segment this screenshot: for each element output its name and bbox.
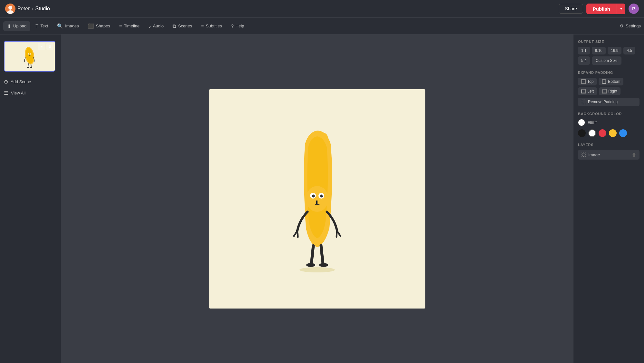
color-swatch-white[interactable] xyxy=(588,129,596,137)
canvas-area[interactable] xyxy=(61,34,573,363)
right-padding-icon xyxy=(602,89,607,93)
sidebar-actions: ⊕ Add Scene ☰ View All xyxy=(0,74,61,101)
bottom-padding-icon xyxy=(602,79,606,84)
svg-rect-28 xyxy=(603,90,606,93)
remove-padding-button[interactable]: Remove Padding xyxy=(578,98,639,106)
bottom-padding-button[interactable]: Bottom xyxy=(599,78,623,85)
expand-padding-section: EXPAND PADDING Top Bottom xyxy=(578,71,639,106)
scene-thumb-actions: ≡ ⧉ xyxy=(38,43,53,50)
color-swatch-yellow[interactable] xyxy=(609,129,617,137)
top-padding-icon xyxy=(581,79,586,84)
top-bar: Peter › Studio Share Publish ▾ P xyxy=(0,0,644,18)
size-5-4-button[interactable]: 5:4 xyxy=(578,56,590,65)
scenes-button[interactable]: ⧉ Scenes xyxy=(169,21,196,31)
left-padding-button[interactable]: Left xyxy=(578,87,597,95)
breadcrumb-user[interactable]: Peter xyxy=(17,6,30,12)
scene-copy-button[interactable]: ⧉ xyxy=(46,43,53,50)
layers-section: LAYERS 🖼 Image 🗑 xyxy=(578,143,639,160)
banana-character-svg xyxy=(282,125,353,273)
upload-icon: ⬆ xyxy=(7,23,11,29)
view-all-button[interactable]: ☰ View All xyxy=(4,89,57,97)
scene-preview-svg xyxy=(22,44,38,69)
user-initial-badge[interactable]: P xyxy=(629,4,639,14)
canvas-board xyxy=(209,89,425,309)
text-button[interactable]: T Text xyxy=(32,21,52,31)
color-swatch-red[interactable] xyxy=(599,129,606,137)
user-avatar-area[interactable]: Peter › Studio xyxy=(5,4,50,14)
avatar xyxy=(5,4,15,14)
layer-delete-button[interactable]: 🗑 xyxy=(632,152,636,157)
svg-point-20 xyxy=(319,263,328,267)
subtitles-icon: ≡ xyxy=(201,23,204,29)
size-16-9-button[interactable]: 16:9 xyxy=(608,47,621,54)
svg-rect-22 xyxy=(582,80,585,83)
current-color-swatch[interactable] xyxy=(578,119,585,126)
help-icon: ? xyxy=(231,23,233,29)
top-padding-button[interactable]: Top xyxy=(578,78,597,85)
left-padding-icon xyxy=(581,89,586,93)
publish-button[interactable]: Publish xyxy=(586,4,617,14)
svg-rect-26 xyxy=(582,90,585,93)
layers-title: LAYERS xyxy=(578,143,639,147)
images-button[interactable]: 🔍 Images xyxy=(53,21,83,31)
timeline-icon: ≡ xyxy=(119,23,122,29)
publish-button-group: Publish ▾ xyxy=(586,4,625,14)
output-size-section: OUTPUT SIZE 1:1 9:16 16:9 4:5 5:4 Custom… xyxy=(578,40,639,65)
svg-point-7 xyxy=(29,54,29,54)
breadcrumb-separator: › xyxy=(32,6,33,12)
current-color-row: #ffffff xyxy=(578,119,639,126)
size-9-16-button[interactable]: 9:16 xyxy=(592,47,606,54)
color-swatch-black[interactable] xyxy=(578,129,586,137)
svg-point-9 xyxy=(27,67,29,68)
toolbar: ⬆ Upload T Text 🔍 Images ⬛ Shapes ≡ Time… xyxy=(0,18,644,34)
upload-button[interactable]: ⬆ Upload xyxy=(3,21,30,31)
right-panel: OUTPUT SIZE 1:1 9:16 16:9 4:5 5:4 Custom… xyxy=(573,34,644,363)
svg-point-8 xyxy=(31,54,31,54)
svg-point-18 xyxy=(322,194,323,195)
size-buttons: 1:1 9:16 16:9 4:5 5:4 Custom Size xyxy=(578,47,639,65)
remove-padding-icon xyxy=(582,100,586,104)
scene-menu-button[interactable]: ≡ xyxy=(38,43,45,50)
audio-button[interactable]: ♪ Audio xyxy=(145,21,167,31)
svg-point-1 xyxy=(8,6,12,10)
size-1-1-button[interactable]: 1:1 xyxy=(578,47,590,54)
color-swatches-row xyxy=(578,129,639,137)
layer-item[interactable]: 🖼 Image 🗑 xyxy=(578,150,639,160)
background-color-title: BACKGROUND COLOR xyxy=(578,112,639,116)
sidebar: ≡ ⧉ xyxy=(0,34,61,363)
svg-point-21 xyxy=(299,267,335,272)
output-size-title: OUTPUT SIZE xyxy=(578,40,639,44)
svg-point-19 xyxy=(306,263,315,267)
add-scene-button[interactable]: ⊕ Add Scene xyxy=(4,77,57,86)
main-layout: ≡ ⧉ xyxy=(0,34,644,363)
svg-point-10 xyxy=(30,67,32,68)
publish-dropdown-button[interactable]: ▾ xyxy=(617,4,625,14)
timeline-button[interactable]: ≡ Timeline xyxy=(115,21,143,31)
help-button[interactable]: ? Help xyxy=(227,21,248,31)
share-button[interactable]: Share xyxy=(559,4,583,14)
padding-buttons: Top Bottom Left xyxy=(578,78,639,95)
svg-rect-24 xyxy=(602,80,606,83)
color-swatch-blue[interactable] xyxy=(619,129,627,137)
add-scene-icon: ⊕ xyxy=(4,79,8,85)
custom-size-button[interactable]: Custom Size xyxy=(592,56,621,65)
svg-point-12 xyxy=(306,186,328,212)
top-bar-actions: Share Publish ▾ P xyxy=(559,4,639,14)
subtitles-button[interactable]: ≡ Subtitles xyxy=(197,21,226,31)
images-icon: 🔍 xyxy=(57,23,63,29)
expand-padding-title: EXPAND PADDING xyxy=(578,71,639,74)
scene-thumbnail[interactable]: ≡ ⧉ xyxy=(4,41,55,72)
layer-image-icon: 🖼 xyxy=(581,152,586,157)
color-hex-value: #ffffff xyxy=(588,120,597,125)
audio-icon: ♪ xyxy=(148,23,151,29)
scenes-icon: ⧉ xyxy=(173,23,176,29)
svg-point-17 xyxy=(314,194,315,195)
breadcrumb-studio: Studio xyxy=(35,6,50,12)
right-padding-button[interactable]: Right xyxy=(599,87,620,95)
settings-icon: ⚙ xyxy=(620,24,624,28)
background-color-section: BACKGROUND COLOR #ffffff xyxy=(578,112,639,137)
shapes-button[interactable]: ⬛ Shapes xyxy=(84,21,114,31)
size-4-5-button[interactable]: 4:5 xyxy=(623,47,635,54)
settings-button[interactable]: ⚙ Settings xyxy=(620,24,641,28)
layer-name: Image xyxy=(588,152,629,157)
